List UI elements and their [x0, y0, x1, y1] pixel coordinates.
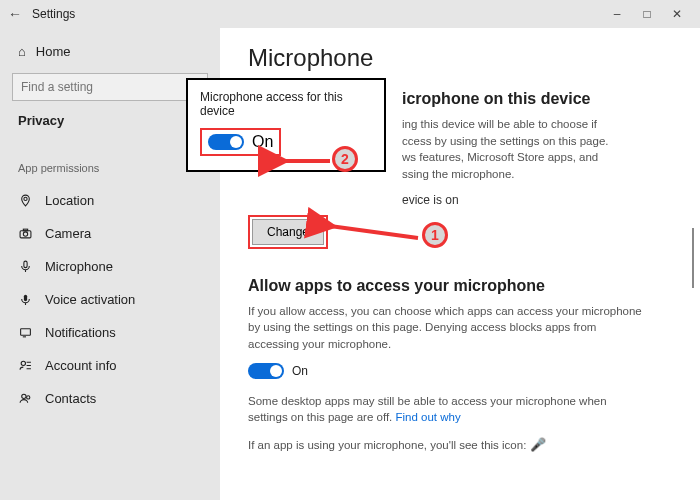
svg-rect-5 — [24, 295, 27, 302]
change-highlight: Change — [248, 215, 328, 249]
sidebar-item-label: Microphone — [45, 259, 113, 274]
sidebar-item-label: Camera — [45, 226, 91, 241]
svg-point-0 — [24, 197, 27, 200]
home-icon: ⌂ — [18, 44, 26, 59]
notifications-icon — [18, 326, 33, 339]
apps-toggle-row: On — [248, 363, 672, 379]
section2-heading: Allow apps to access your microphone — [248, 277, 672, 295]
section1-heading: icrophone on this device — [402, 90, 672, 108]
apps-toggle[interactable] — [248, 363, 284, 379]
popup-label: Microphone access for this device — [200, 90, 372, 118]
svg-point-2 — [23, 232, 27, 236]
sidebar-item-microphone[interactable]: Microphone — [0, 250, 220, 283]
titlebar: ← Settings – □ ✕ — [0, 0, 700, 28]
annotation-step-2: 2 — [332, 146, 358, 172]
sidebar-home[interactable]: ⌂ Home — [0, 36, 220, 67]
svg-line-11 — [330, 226, 418, 238]
sidebar-item-label: Contacts — [45, 391, 96, 406]
microphone-icon — [18, 260, 33, 273]
contacts-icon — [18, 392, 33, 405]
sidebar-item-camera[interactable]: Camera — [0, 217, 220, 250]
sidebar-item-label: Voice activation — [45, 292, 135, 307]
device-access-status: evice is on — [402, 193, 672, 207]
location-icon — [18, 194, 33, 207]
minimize-button[interactable]: – — [602, 7, 632, 21]
section1-body: ing this device will be able to choose i… — [402, 116, 672, 183]
search-box[interactable] — [12, 73, 208, 101]
annotation-arrow-1 — [322, 222, 422, 252]
sidebar-item-label: Notifications — [45, 325, 116, 340]
camera-icon — [18, 227, 33, 240]
apps-toggle-label: On — [292, 364, 308, 378]
svg-point-9 — [27, 396, 30, 399]
change-button[interactable]: Change — [252, 219, 324, 245]
annotation-arrow-2 — [276, 152, 334, 174]
close-button[interactable]: ✕ — [662, 7, 692, 21]
home-label: Home — [36, 44, 71, 59]
scrollbar[interactable] — [692, 228, 694, 288]
desktop-apps-note: Some desktop apps may still be able to a… — [248, 393, 648, 426]
sidebar-item-label: Location — [45, 193, 94, 208]
sidebar-item-label: Account info — [45, 358, 117, 373]
svg-rect-4 — [24, 261, 27, 268]
sidebar-item-notifications[interactable]: Notifications — [0, 316, 220, 349]
sidebar-item-location[interactable]: Location — [0, 184, 220, 217]
account-icon — [18, 359, 33, 372]
using-mic-note: If an app is using your microphone, you'… — [248, 436, 648, 455]
back-icon[interactable]: ← — [8, 6, 28, 22]
search-input[interactable] — [12, 73, 208, 101]
sidebar-item-contacts[interactable]: Contacts — [0, 382, 220, 415]
annotation-step-1: 1 — [422, 222, 448, 248]
popup-toggle-highlight: On — [200, 128, 281, 156]
find-out-why-link[interactable]: Find out why — [395, 411, 460, 423]
svg-rect-6 — [21, 329, 31, 336]
svg-point-7 — [21, 361, 25, 365]
device-access-toggle[interactable] — [208, 134, 244, 150]
sidebar-item-voice-activation[interactable]: Voice activation — [0, 283, 220, 316]
voice-icon — [18, 293, 33, 306]
page-title: Microphone — [248, 44, 672, 72]
device-access-toggle-label: On — [252, 133, 273, 151]
svg-rect-3 — [23, 229, 27, 231]
window-title: Settings — [32, 7, 75, 21]
microphone-status-icon: 🎤 — [530, 437, 546, 452]
sidebar-item-account-info[interactable]: Account info — [0, 349, 220, 382]
maximize-button[interactable]: □ — [632, 7, 662, 21]
section2-body: If you allow access, you can choose whic… — [248, 303, 648, 353]
svg-point-8 — [22, 394, 26, 398]
